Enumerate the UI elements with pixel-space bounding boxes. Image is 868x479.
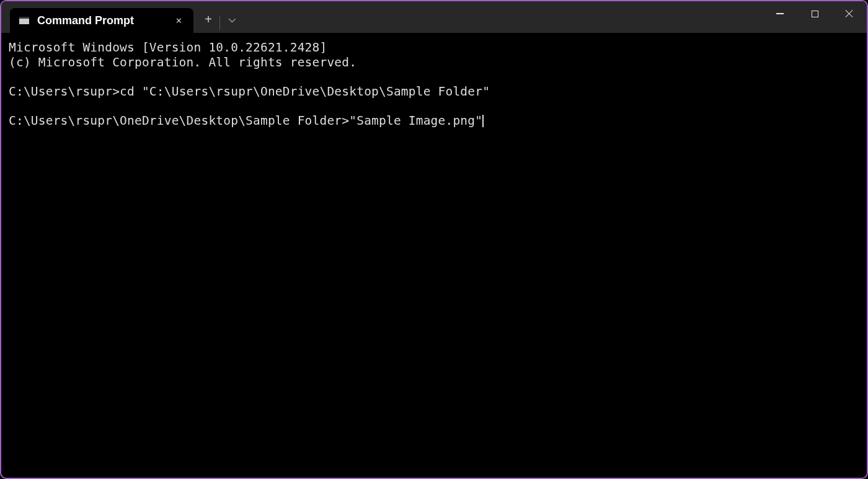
prompt-command: "Sample Image.png" — [349, 114, 482, 128]
cmd-icon — [19, 16, 30, 25]
prompt-path: C:\Users\rsupr\OneDrive\Desktop\Sample F… — [9, 114, 349, 128]
titlebar: Command Prompt ✕ + — [1, 1, 867, 33]
close-icon — [845, 9, 854, 18]
tab-dropdown-button[interactable] — [220, 7, 242, 32]
new-tab-button[interactable]: + — [197, 7, 219, 32]
chevron-down-icon — [229, 15, 236, 22]
prompt-command: cd "C:\Users\rsupr\OneDrive\Desktop\Samp… — [120, 84, 490, 99]
tab-title: Command Prompt — [37, 14, 172, 27]
window-controls — [763, 1, 867, 26]
terminal-output[interactable]: Microsoft Windows [Version 10.0.22621.24… — [1, 33, 867, 128]
prompt-path: C:\Users\rsupr> — [9, 84, 120, 99]
text-cursor — [482, 115, 484, 127]
maximize-button[interactable] — [797, 1, 832, 26]
minimize-icon — [776, 13, 784, 14]
tab-command-prompt[interactable]: Command Prompt ✕ — [10, 8, 193, 33]
maximize-icon — [812, 11, 818, 17]
close-window-button[interactable] — [832, 1, 867, 26]
version-line: Microsoft Windows [Version 10.0.22621.24… — [9, 40, 327, 55]
tab-actions: + — [197, 1, 242, 33]
close-tab-button[interactable]: ✕ — [172, 14, 185, 27]
copyright-line: (c) Microsoft Corporation. All rights re… — [9, 55, 356, 69]
minimize-button[interactable] — [763, 1, 797, 26]
